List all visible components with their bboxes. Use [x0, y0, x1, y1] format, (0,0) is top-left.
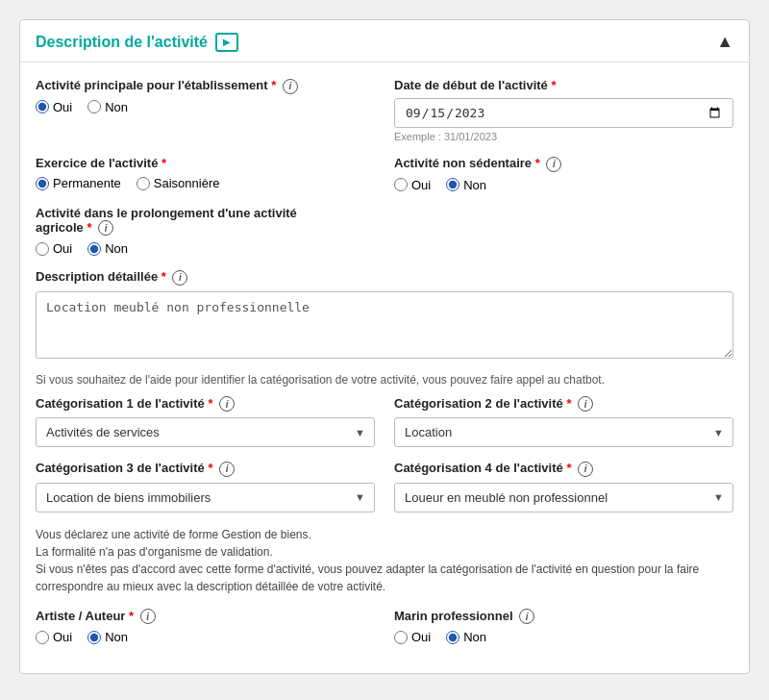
marin-radio-group: Oui Non: [394, 630, 733, 644]
col-cat2: Catégorisation 2 de l'activité * i Locat…: [394, 396, 733, 448]
marin-label: Marin professionnel i: [394, 609, 733, 625]
activite-principale-label: Activité principale pour l'établissement…: [36, 78, 375, 94]
required-marker: *: [535, 156, 540, 170]
section-description: Description détaillée * i Location meubl…: [36, 269, 733, 362]
row-agricole: Activité dans le prolongement d'une acti…: [36, 206, 733, 257]
col-artiste: Artiste / Auteur * i Oui Non: [36, 609, 375, 645]
cat4-select-wrapper: Loueur en meublé non professionnel ▼: [394, 483, 733, 512]
cat4-info-icon[interactable]: i: [578, 462, 593, 477]
non-sedentaire-non[interactable]: Non: [446, 178, 486, 192]
card-body: Activité principale pour l'établissement…: [20, 62, 749, 673]
col-agricole-empty: [394, 206, 733, 257]
cat4-label: Catégorisation 4 de l'activité * i: [394, 461, 733, 477]
activite-principale-info-icon[interactable]: i: [283, 79, 298, 94]
required-marker: *: [161, 269, 166, 284]
agricole-label: Activité dans le prolongement d'une acti…: [36, 206, 375, 237]
cat3-select-wrapper: Location de biens immobiliers ▼: [36, 483, 375, 512]
row-artiste-marin: Artiste / Auteur * i Oui Non: [36, 609, 733, 645]
col-activite-principale: Activité principale pour l'établissement…: [36, 78, 375, 142]
agricole-radio-group: Oui Non: [36, 241, 375, 256]
exercice-radio-group: Permanente Saisonnière: [36, 176, 375, 190]
row-activite-date: Activité principale pour l'établissement…: [36, 78, 733, 142]
cat1-info-icon[interactable]: i: [219, 396, 235, 412]
required-marker: *: [208, 396, 212, 411]
description-activite-card: Description de l'activité ▶ ▲ Activité p…: [19, 19, 750, 674]
marin-info-icon[interactable]: i: [519, 609, 534, 624]
date-hint: Exemple : 31/01/2023: [394, 131, 733, 142]
required-marker: *: [161, 156, 166, 170]
artiste-non[interactable]: Non: [87, 630, 128, 644]
date-debut-input[interactable]: [394, 98, 733, 128]
activite-principale-non[interactable]: Non: [87, 100, 128, 114]
col-cat3: Catégorisation 3 de l'activité * i Locat…: [36, 461, 375, 512]
chevron-up-icon[interactable]: ▲: [716, 32, 733, 52]
exercice-label: Exercice de l'activité *: [36, 156, 375, 170]
artiste-radio-group: Oui Non: [36, 630, 375, 644]
col-agricole: Activité dans le prolongement d'une acti…: [36, 206, 375, 257]
play-icon[interactable]: ▶: [215, 33, 238, 52]
non-sedentaire-info-icon[interactable]: i: [546, 157, 561, 172]
cat2-info-icon[interactable]: i: [578, 396, 593, 412]
chatbot-hint: Si vous souhaitez de l'aide pour identif…: [36, 373, 733, 387]
cat3-label: Catégorisation 3 de l'activité * i: [36, 461, 375, 477]
cat3-info-icon[interactable]: i: [219, 462, 235, 477]
col-cat4: Catégorisation 4 de l'activité * i Loueu…: [394, 461, 733, 512]
col-marin: Marin professionnel i Oui Non: [394, 609, 733, 645]
agricole-non[interactable]: Non: [87, 241, 128, 256]
required-marker: *: [566, 396, 571, 411]
non-sedentaire-oui[interactable]: Oui: [394, 178, 431, 192]
card-header-left: Description de l'activité ▶: [36, 33, 238, 52]
cat2-label: Catégorisation 2 de l'activité * i: [394, 396, 733, 412]
artiste-oui[interactable]: Oui: [36, 630, 72, 644]
non-sedentaire-radio-group: Oui Non: [394, 178, 733, 192]
card-title: Description de l'activité: [36, 34, 208, 51]
cat2-select-wrapper: Location ▼: [394, 417, 733, 447]
cat3-select[interactable]: Location de biens immobiliers: [36, 483, 375, 512]
required-marker: *: [551, 78, 556, 92]
info-text-block: Vous déclarez une activité de forme Gest…: [36, 526, 733, 595]
row-cat-1-2: Catégorisation 1 de l'activité * i Activ…: [36, 396, 733, 448]
description-textarea[interactable]: Location meublé non professionnelle: [36, 291, 733, 359]
activite-principale-radio-group: Oui Non: [36, 100, 375, 114]
row-cat-3-4: Catégorisation 3 de l'activité * i Locat…: [36, 461, 733, 512]
description-info-icon[interactable]: i: [172, 270, 187, 286]
cat2-select[interactable]: Location: [394, 417, 733, 447]
col-exercice: Exercice de l'activité * Permanente Sais…: [36, 156, 375, 192]
cat1-label: Catégorisation 1 de l'activité * i: [36, 396, 375, 412]
non-sedentaire-label: Activité non sédentaire * i: [394, 156, 733, 172]
row-exercice-sedentaire: Exercice de l'activité * Permanente Sais…: [36, 156, 733, 192]
artiste-label: Artiste / Auteur * i: [36, 609, 375, 625]
date-debut-label: Date de début de l'activité *: [394, 78, 733, 92]
agricole-oui[interactable]: Oui: [36, 241, 72, 256]
required-marker: *: [566, 461, 571, 475]
exercice-saisonniere[interactable]: Saisonnière: [136, 176, 220, 190]
required-marker: *: [208, 461, 212, 475]
exercice-permanente[interactable]: Permanente: [36, 176, 121, 190]
description-label: Description détaillée * i: [36, 269, 733, 286]
marin-oui[interactable]: Oui: [394, 630, 431, 644]
cat4-select[interactable]: Loueur en meublé non professionnel: [394, 483, 733, 512]
cat1-select-wrapper: Activités de services ▼: [36, 417, 375, 447]
col-date-debut: Date de début de l'activité * Exemple : …: [394, 78, 733, 142]
cat1-select[interactable]: Activités de services: [36, 417, 375, 447]
col-non-sedentaire: Activité non sédentaire * i Oui Non: [394, 156, 733, 192]
col-cat1: Catégorisation 1 de l'activité * i Activ…: [36, 396, 375, 448]
activite-principale-oui[interactable]: Oui: [36, 100, 72, 114]
agricole-info-icon[interactable]: i: [98, 220, 113, 236]
required-marker: *: [129, 609, 134, 623]
required-marker: *: [87, 220, 91, 235]
artiste-info-icon[interactable]: i: [140, 609, 156, 624]
marin-non[interactable]: Non: [446, 630, 486, 644]
card-header: Description de l'activité ▶ ▲: [20, 20, 749, 62]
required-marker: *: [271, 78, 276, 92]
